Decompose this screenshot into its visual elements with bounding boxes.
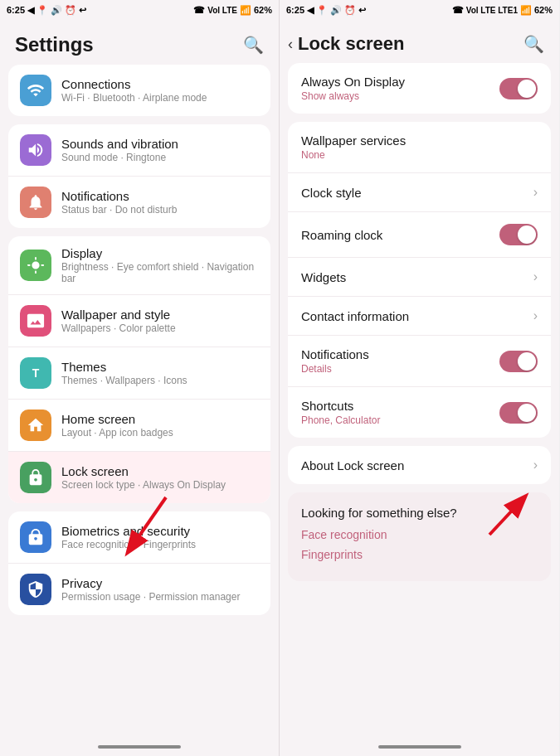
widgets-title: Widgets <box>301 270 533 284</box>
roaming-clock-text: Roaming clock <box>301 228 499 242</box>
search-icon-right[interactable]: 🔍 <box>523 34 544 54</box>
right-panel-header: ‹ Lock screen 🔍 <box>280 20 559 63</box>
wallpaper-title: Wallpaper and style <box>61 308 259 322</box>
settings-item-connections[interactable]: Connections Wi-Fi · Bluetooth · Airplane… <box>8 65 270 116</box>
shortcuts-toggle[interactable] <box>499 402 538 424</box>
bottom-bar-right <box>280 741 559 756</box>
settings-item-homescreen[interactable]: Home screen Layout · App icon badges <box>8 400 270 452</box>
status-bar-left: 6:25 ◀ 📍 🔊 ⏰ ↩ ☎ Vol LTE 📶 62% <box>0 0 279 20</box>
privacy-title: Privacy <box>61 576 259 590</box>
settings-item-lockscreen[interactable]: Lock screen Screen lock type · Always On… <box>8 452 270 503</box>
roaming-clock-toggle[interactable] <box>499 224 538 245</box>
wallpaper-text: Wallpaper and style Wallpapers · Color p… <box>61 308 259 334</box>
status-time-left: 6:25 ◀ 📍 🔊 ⏰ ↩ <box>7 5 86 16</box>
settings-list: Connections Wi-Fi · Bluetooth · Airplane… <box>0 65 279 741</box>
connections-title: Connections <box>61 77 259 91</box>
ls-item-about[interactable]: About Lock screen › <box>288 446 551 484</box>
search-icon-left[interactable]: 🔍 <box>243 35 264 55</box>
ls-notifications-title: Notifications <box>301 347 499 361</box>
about-chevron: › <box>533 458 538 472</box>
fingerprints-link[interactable]: Fingerprints <box>301 548 538 561</box>
ls-item-widgets[interactable]: Widgets › <box>288 258 551 297</box>
back-chevron-icon: ‹ <box>288 36 293 53</box>
ls-item-notifications[interactable]: Notifications Details <box>288 336 551 387</box>
biometrics-title: Biometrics and security <box>61 524 259 538</box>
notif-text: Notifications Status bar · Do not distur… <box>61 189 259 216</box>
suggestion-box: Looking for something else? Face recogni… <box>288 492 551 581</box>
status-time-right: 6:25 ◀ 📍 🔊 ⏰ ↩ <box>286 5 366 16</box>
shortcuts-toggle-knob <box>518 404 536 422</box>
always-on-subtitle: Show always <box>301 90 499 102</box>
ls-group-about: About Lock screen › <box>288 446 551 484</box>
display-title: Display <box>61 246 259 260</box>
widgets-text: Widgets <box>301 270 533 284</box>
shortcuts-title: Shortcuts <box>301 399 499 413</box>
roaming-clock-title: Roaming clock <box>301 228 499 242</box>
settings-title: Settings <box>15 33 94 56</box>
lock-screen-list: Always On Display Show always Wallpaper … <box>280 63 559 741</box>
clock-style-chevron: › <box>533 185 538 200</box>
settings-item-themes[interactable]: T Themes Themes · Wallpapers · Icons <box>8 347 270 400</box>
settings-item-sounds[interactable]: Sounds and vibration Sound mode · Ringto… <box>8 124 270 177</box>
themes-subtitle: Themes · Wallpapers · Icons <box>61 375 259 386</box>
connections-subtitle: Wi-Fi · Bluetooth · Airplane mode <box>61 92 259 104</box>
themes-text: Themes Themes · Wallpapers · Icons <box>61 360 259 386</box>
ls-item-contact-info[interactable]: Contact information › <box>288 297 551 336</box>
face-recognition-link[interactable]: Face recognition <box>301 528 538 541</box>
biometrics-text: Biometrics and security Face recognition… <box>61 524 259 550</box>
always-on-toggle-knob <box>518 80 536 98</box>
ls-item-wallpaper-services[interactable]: Wallpaper services None <box>288 122 551 173</box>
widgets-chevron: › <box>533 269 538 284</box>
sounds-icon <box>20 134 51 166</box>
time-left: 6:25 <box>7 5 25 15</box>
settings-item-privacy[interactable]: Privacy Permission usage · Permission ma… <box>8 564 270 615</box>
bottom-indicator-left <box>98 745 181 749</box>
contact-info-title: Contact information <box>301 309 533 323</box>
status-icons-left: ◀ 📍 🔊 ⏰ ↩ <box>27 5 86 16</box>
lockscreen-icon <box>20 462 51 493</box>
time-right: 6:25 <box>286 5 304 15</box>
themes-icon: T <box>20 357 51 389</box>
privacy-text: Privacy Permission usage · Permission ma… <box>61 576 259 603</box>
app-container: 6:25 ◀ 📍 🔊 ⏰ ↩ ☎ Vol LTE 📶 62% Settings … <box>0 0 560 756</box>
ls-item-clock-style[interactable]: Clock style › <box>288 173 551 212</box>
homescreen-text: Home screen Layout · App icon badges <box>61 412 259 439</box>
right-panel: 6:25 ◀ 📍 🔊 ⏰ ↩ ☎ Vol LTE LTE1 📶 62% ‹ Lo… <box>280 0 559 756</box>
settings-item-notifications[interactable]: Notifications Status bar · Do not distur… <box>8 177 270 228</box>
ls-item-always-on[interactable]: Always On Display Show always <box>288 63 551 114</box>
sounds-text: Sounds and vibration Sound mode · Ringto… <box>61 137 259 163</box>
privacy-icon <box>20 574 51 605</box>
ls-item-roaming-clock[interactable]: Roaming clock <box>288 212 551 258</box>
settings-group-connections: Connections Wi-Fi · Bluetooth · Airplane… <box>8 65 270 116</box>
contact-info-text: Contact information <box>301 309 533 323</box>
always-on-toggle[interactable] <box>499 78 538 99</box>
sounds-subtitle: Sound mode · Ringtone <box>61 152 259 163</box>
settings-item-display[interactable]: Display Brightness · Eye comfort shield … <box>8 236 270 295</box>
bottom-indicator-right <box>378 745 461 749</box>
notif-title: Notifications <box>61 189 259 203</box>
homescreen-subtitle: Layout · App icon badges <box>61 427 259 439</box>
lock-screen-title: Lock screen <box>298 33 404 55</box>
wallpaper-subtitle: Wallpapers · Color palette <box>61 322 259 334</box>
display-subtitle: Brightness · Eye comfort shield · Naviga… <box>61 261 259 284</box>
display-icon <box>20 250 51 281</box>
always-on-text: Always On Display Show always <box>301 75 499 102</box>
connections-icon <box>20 75 51 106</box>
lockscreen-text: Lock screen Screen lock type · Always On… <box>61 464 259 491</box>
settings-group-security: Biometrics and security Face recognition… <box>8 511 270 615</box>
notifications-toggle[interactable] <box>499 351 538 372</box>
biometrics-icon <box>20 521 51 553</box>
lockscreen-subtitle: Screen lock type · Always On Display <box>61 479 259 491</box>
ls-item-shortcuts[interactable]: Shortcuts Phone, Calculator <box>288 387 551 438</box>
status-bar-right: 6:25 ◀ 📍 🔊 ⏰ ↩ ☎ Vol LTE LTE1 📶 62% <box>280 0 559 20</box>
status-icons-right2: ◀ 📍 🔊 ⏰ ↩ <box>307 5 366 16</box>
settings-item-biometrics[interactable]: Biometrics and security Face recognition… <box>8 511 270 564</box>
wallpaper-services-subtitle: None <box>301 149 538 161</box>
homescreen-icon <box>20 410 51 441</box>
wallpaper-icon <box>20 305 51 337</box>
ls-notifications-subtitle: Details <box>301 363 499 375</box>
back-button[interactable]: ‹ Lock screen <box>288 33 404 55</box>
settings-item-wallpaper[interactable]: Wallpaper and style Wallpapers · Color p… <box>8 295 270 347</box>
homescreen-title: Home screen <box>61 412 259 426</box>
bottom-bar-left <box>0 741 279 756</box>
